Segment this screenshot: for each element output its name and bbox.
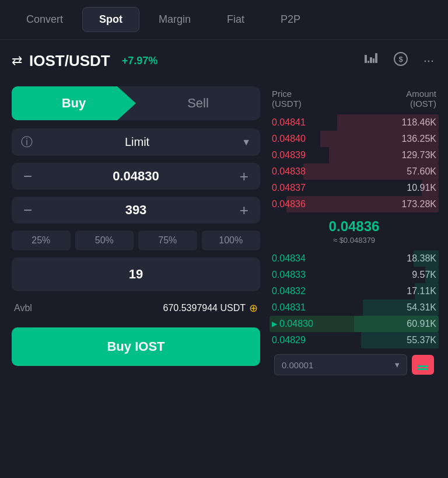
avbl-plus-icon[interactable]: ⊕ <box>249 302 258 315</box>
sell-order-row[interactable]: 0.04841 118.46K <box>270 114 439 131</box>
sell-price: 0.04838 <box>272 166 306 177</box>
orderbook-line-buy <box>418 365 428 367</box>
buy-order-row[interactable]: 0.04833 9.57K <box>270 267 439 283</box>
price-increment-button[interactable]: + <box>237 169 251 184</box>
orderbook-line-buy-2 <box>418 368 428 370</box>
tick-dropdown-icon: ▾ <box>395 360 400 370</box>
main-content: Buy Sell ⓘ Limit ▼ − 0.04830 + − 393 + 2… <box>0 82 448 386</box>
buy-order-row[interactable]: 0.04834 18.38K <box>270 250 439 267</box>
buy-price: 0.04832 <box>272 286 306 296</box>
buy-price: 0.04834 <box>272 253 306 264</box>
svg-rect-3 <box>368 61 369 63</box>
order-type-label: Limit <box>38 135 236 149</box>
order-type-row[interactable]: ⓘ Limit ▼ <box>12 128 260 156</box>
more-options-icon[interactable]: ··· <box>421 51 436 71</box>
tab-convert[interactable]: Convert <box>9 7 80 32</box>
sell-order-row[interactable]: 0.04839 129.73K <box>270 147 439 163</box>
buy-tab[interactable]: Buy <box>12 86 136 120</box>
tab-margin[interactable]: Margin <box>142 7 208 32</box>
order-type-dropdown-icon: ▼ <box>242 137 251 148</box>
price-input[interactable]: 0.04830 <box>40 169 232 184</box>
buy-price: 0.04833 <box>272 270 306 280</box>
quantity-decrement-button[interactable]: − <box>21 203 34 218</box>
sell-order-row[interactable]: 0.04840 136.25K <box>270 131 439 147</box>
buy-sell-toggle: Buy Sell <box>12 86 260 120</box>
pct-25-button[interactable]: 25% <box>12 231 71 250</box>
current-price-value: 0.04836 <box>272 218 436 235</box>
tab-spot[interactable]: Spot <box>82 7 139 32</box>
chart-icon[interactable] <box>362 50 380 71</box>
pct-75-button[interactable]: 75% <box>138 231 197 250</box>
avbl-value: 670.5397944 USDT ⊕ <box>163 302 258 315</box>
sell-price: 0.04837 <box>272 183 306 193</box>
buy-price: 0.04829 <box>272 335 306 346</box>
current-price-arrow-icon: ▶ <box>272 320 277 328</box>
order-type-info-icon[interactable]: ⓘ <box>21 134 33 150</box>
pair-change: +7.97% <box>122 55 158 67</box>
buy-order-row[interactable]: 0.04832 17.11K <box>270 283 439 299</box>
current-price-section: 0.04836 ≈ $0.048379 <box>270 212 439 250</box>
amount-column-header: Amount (IOST) <box>406 89 436 109</box>
percentage-row: 25% 50% 75% 100% <box>12 231 260 250</box>
total-row[interactable]: 19 <box>12 257 260 291</box>
header-row: ⇄ IOST/USDT +7.97% $ ··· <box>0 40 448 82</box>
current-price-usd: ≈ $0.048379 <box>272 236 436 245</box>
orderbook-line-sell-2 <box>418 362 428 364</box>
buy-orders: 0.04834 18.38K 0.04833 9.57K 0.04832 17.… <box>270 250 439 348</box>
tick-value: 0.00001 <box>282 360 313 370</box>
orderbook-line-sell <box>418 360 428 361</box>
price-input-row: − 0.04830 + <box>12 163 260 190</box>
order-form-panel: Buy Sell ⓘ Limit ▼ − 0.04830 + − 393 + 2… <box>5 82 267 386</box>
buy-iost-button[interactable]: Buy IOST <box>12 327 260 366</box>
sell-tab[interactable]: Sell <box>136 86 260 120</box>
total-value: 19 <box>129 267 143 281</box>
pct-50-button[interactable]: 50% <box>75 231 134 250</box>
price-decrement-button[interactable]: − <box>21 169 34 184</box>
top-navigation: Convert Spot Margin Fiat P2P <box>0 0 448 40</box>
pair-swap-icon: ⇄ <box>12 53 22 68</box>
bottom-controls: 0.00001 ▾ <box>270 348 439 381</box>
tab-fiat[interactable]: Fiat <box>210 7 261 32</box>
avbl-label: Avbl <box>14 303 32 313</box>
svg-text:$: $ <box>398 55 403 64</box>
dollar-circle-icon[interactable]: $ <box>391 49 411 72</box>
buy-order-row-highlighted[interactable]: ▶ 0.04830 60.91K <box>270 316 439 332</box>
buy-price: 0.04831 <box>272 302 306 313</box>
orderbook-view-button[interactable] <box>412 355 434 375</box>
sell-price: 0.04839 <box>272 150 306 161</box>
pct-100-button[interactable]: 100% <box>202 231 261 250</box>
buy-order-row[interactable]: 0.04829 55.37K <box>270 332 439 348</box>
price-column-header: Price (USDT) <box>272 89 302 109</box>
sell-order-row[interactable]: 0.04837 10.91K <box>270 180 439 196</box>
buy-order-row[interactable]: 0.04831 54.31K <box>270 299 439 316</box>
sell-price: 0.04841 <box>272 117 306 128</box>
orderbook-header: Price (USDT) Amount (IOST) <box>270 86 439 114</box>
pair-name: IOST/USDT <box>29 52 110 70</box>
svg-rect-1 <box>370 57 372 63</box>
svg-rect-2 <box>375 53 377 63</box>
sell-order-row[interactable]: 0.04838 57.60K <box>270 163 439 180</box>
sell-order-row[interactable]: 0.04836 173.28K <box>270 196 439 212</box>
orderbook-panel: Price (USDT) Amount (IOST) 0.04841 118.4… <box>267 82 443 386</box>
tab-p2p[interactable]: P2P <box>264 7 317 32</box>
svg-rect-0 <box>365 55 367 63</box>
buy-price: ▶ 0.04830 <box>272 319 313 329</box>
sell-orders: 0.04841 118.46K 0.04840 136.25K 0.04839 … <box>270 114 439 212</box>
header-icons: $ ··· <box>362 49 436 72</box>
tick-size-select[interactable]: 0.00001 ▾ <box>274 354 407 375</box>
available-balance-row: Avbl 670.5397944 USDT ⊕ <box>12 298 260 318</box>
quantity-increment-button[interactable]: + <box>237 203 251 218</box>
sell-price: 0.04840 <box>272 134 306 144</box>
quantity-input-row: − 393 + <box>12 197 260 224</box>
avbl-amount: 670.5397944 USDT <box>163 303 246 313</box>
svg-rect-4 <box>373 58 374 63</box>
quantity-input[interactable]: 393 <box>40 203 232 218</box>
